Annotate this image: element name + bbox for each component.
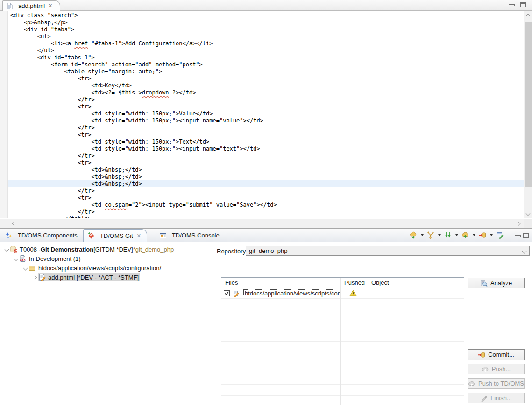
scroll-down-icon[interactable] bbox=[526, 211, 531, 216]
vertical-scroll-thumb[interactable] bbox=[525, 22, 532, 187]
code-line[interactable]: <td><?= $this->dropdown ?></td> bbox=[8, 89, 524, 96]
table-row-empty[interactable] bbox=[221, 363, 464, 374]
code-line[interactable]: <li><a href="#tabs-1">Add Configuration<… bbox=[8, 40, 524, 47]
code-area[interactable]: <div class="search"> <p>&nbsp;</p> <div … bbox=[8, 11, 524, 218]
code-line[interactable]: <tr> bbox=[8, 159, 524, 166]
minimize-icon[interactable] bbox=[509, 4, 515, 6]
maximize-icon[interactable] bbox=[520, 2, 526, 7]
code-line[interactable]: <td style="width: 150px;"><input name="v… bbox=[8, 117, 524, 124]
editor-vertical-scrollbar[interactable] bbox=[524, 11, 532, 218]
code-line[interactable]: </tr> bbox=[8, 209, 524, 216]
file-checkbox[interactable] bbox=[224, 290, 230, 296]
code-line[interactable]: <div class="search"> bbox=[8, 12, 524, 19]
code-line[interactable]: </table> bbox=[8, 216, 524, 218]
tree-item-label: T0008 - bbox=[20, 246, 41, 253]
repository-dropdown[interactable]: git_demo_php bbox=[246, 246, 530, 256]
table-row-empty[interactable] bbox=[221, 299, 464, 309]
code-line[interactable]: <table style="margin: auto;"> bbox=[8, 68, 524, 75]
chevron-collapsed-icon[interactable] bbox=[32, 275, 37, 280]
chevron-expanded-icon[interactable] bbox=[4, 247, 9, 252]
code-line[interactable]: </tr> bbox=[8, 124, 524, 131]
close-tab-icon[interactable]: ✕ bbox=[47, 3, 53, 9]
code-line[interactable]: <div id="tabs-1"> bbox=[8, 54, 524, 61]
code-line[interactable]: <td style="width: 150px;">Value</td> bbox=[8, 110, 524, 117]
file-path-label[interactable]: htdocs/application/views/scripts/con... bbox=[243, 289, 340, 297]
code-line[interactable]: <ul> bbox=[8, 33, 524, 40]
table-row-empty[interactable] bbox=[221, 309, 464, 320]
code-line[interactable]: <tr> bbox=[8, 103, 524, 110]
merge-button[interactable] bbox=[426, 231, 441, 239]
chevron-expanded-icon[interactable] bbox=[23, 266, 28, 270]
tree-item[interactable]: T0008 - Git Demonstration [GITDM *DEV] *… bbox=[0, 245, 213, 254]
column-files[interactable]: Files bbox=[221, 279, 340, 286]
column-object[interactable]: Object bbox=[368, 279, 464, 286]
column-pushed[interactable]: Pushed bbox=[340, 279, 368, 286]
tree-item[interactable]: htdocs/application/views/scripts/configu… bbox=[0, 263, 213, 273]
code-line[interactable]: <td>&nbsp;</td> bbox=[8, 166, 524, 173]
edit-window-icon bbox=[496, 231, 504, 239]
merge-icon bbox=[427, 231, 434, 239]
code-line[interactable]: <td>Key</td> bbox=[8, 82, 524, 89]
editor-horizontal-scrollbar[interactable] bbox=[0, 219, 524, 228]
finish-button[interactable]: Finish... bbox=[468, 393, 525, 403]
tab-td-oms-components[interactable]: TD/OMS Components bbox=[1, 229, 83, 242]
pull-cloud-button[interactable] bbox=[409, 231, 424, 239]
tab-td-oms-git[interactable]: TD/OMS Git ✕ bbox=[83, 229, 147, 242]
scroll-right-icon[interactable] bbox=[516, 222, 521, 226]
code-line[interactable]: <td style="width: 150px;">Text</td> bbox=[8, 138, 524, 145]
table-row-empty[interactable] bbox=[221, 374, 464, 385]
tree-item[interactable]: add.phtml [*DEV - *ACT - *STMF] bbox=[0, 273, 213, 282]
push-cloud-button[interactable] bbox=[461, 231, 476, 239]
code-line[interactable]: </tr> bbox=[8, 96, 524, 103]
code-line[interactable]: <p>&nbsp;</p> bbox=[8, 19, 524, 26]
code-line[interactable]: <tr> bbox=[8, 194, 524, 201]
tab-td-oms-console[interactable]: TD/OMS Console bbox=[156, 229, 225, 242]
minimize-icon[interactable] bbox=[515, 235, 521, 237]
analyze-button[interactable]: Analyze bbox=[468, 278, 525, 288]
table-row-empty[interactable] bbox=[221, 342, 464, 352]
code-line[interactable]: </tr> bbox=[8, 187, 524, 194]
code-line[interactable]: <td colspan="2"><input type="submit" val… bbox=[8, 201, 524, 209]
push-to-td-oms-button[interactable]: Push to TD/OMS bbox=[468, 378, 525, 389]
push-button[interactable]: Push... bbox=[468, 364, 525, 374]
checkout-button[interactable] bbox=[444, 231, 459, 239]
table-row-empty[interactable] bbox=[221, 396, 464, 406]
dropdown-caret-icon[interactable] bbox=[490, 234, 493, 236]
files-table[interactable]: Files Pushed Object htdocs/application/v… bbox=[221, 277, 464, 406]
commit-db-button[interactable] bbox=[478, 231, 493, 239]
code-line[interactable]: <td>&nbsp;</td> bbox=[8, 173, 524, 180]
close-tab-icon[interactable]: ✕ bbox=[137, 233, 141, 239]
table-row[interactable]: htdocs/application/views/scripts/con... bbox=[221, 288, 464, 299]
dropdown-caret-icon[interactable] bbox=[473, 234, 475, 236]
dropdown-caret-icon[interactable] bbox=[421, 234, 424, 236]
pull-cloud-icon bbox=[410, 231, 417, 239]
table-row-empty[interactable] bbox=[221, 331, 464, 342]
code-line[interactable]: <tr> bbox=[8, 131, 524, 138]
scroll-up-icon[interactable] bbox=[526, 14, 531, 19]
code-line[interactable]: </ul> bbox=[8, 47, 524, 54]
dropdown-caret-icon[interactable] bbox=[455, 234, 458, 236]
table-row-empty[interactable] bbox=[221, 352, 464, 363]
tree-item[interactable]: 010In Development (1) bbox=[0, 254, 213, 263]
dropdown-caret-icon[interactable] bbox=[438, 234, 441, 236]
chevron-expanded-icon[interactable] bbox=[14, 256, 18, 261]
edit-file-icon bbox=[232, 289, 239, 297]
button-label: Finish... bbox=[490, 395, 512, 402]
panel-body: T0008 - Git Demonstration [GITDM *DEV] *… bbox=[0, 243, 532, 410]
code-line[interactable]: <form id="search" action="add" method="p… bbox=[8, 61, 524, 68]
tree-item-label: In Development (1) bbox=[29, 255, 81, 262]
table-row-empty[interactable] bbox=[221, 320, 464, 331]
git-repository-panel: Repository git_demo_php Files Pushed Obj… bbox=[214, 243, 532, 410]
code-line[interactable]: <div id="tabs"> bbox=[8, 26, 524, 33]
editor-tab-add-phtml[interactable]: add.phtml ✕ bbox=[2, 0, 60, 11]
edit-window-button[interactable] bbox=[496, 231, 506, 239]
button-label: Commit... bbox=[488, 351, 514, 358]
code-line[interactable]: </tr> bbox=[8, 152, 524, 159]
scroll-left-icon[interactable] bbox=[12, 222, 17, 226]
code-line[interactable]: <td>&nbsp;</td> bbox=[8, 180, 524, 187]
code-line[interactable]: <tr> bbox=[8, 75, 524, 82]
table-row-empty[interactable] bbox=[221, 385, 464, 396]
code-line[interactable]: <td style="width: 150px;"><input name="t… bbox=[8, 145, 524, 152]
commit-button[interactable]: Commit... bbox=[468, 349, 525, 360]
maximize-icon[interactable] bbox=[523, 233, 529, 238]
